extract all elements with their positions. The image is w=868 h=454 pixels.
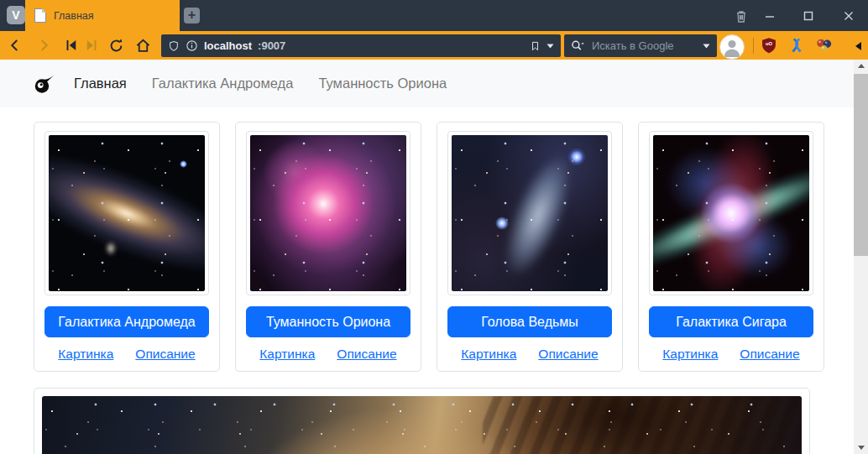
trash-icon [735, 9, 748, 23]
site-navbar: Главная Галактика Андромеда Туманность О… [0, 60, 854, 107]
witch-head-thumbnail [447, 131, 612, 295]
page-favicon-icon [34, 8, 46, 23]
close-button[interactable] [839, 8, 858, 24]
site-brand-logo[interactable] [34, 74, 55, 94]
fast-forward-button[interactable] [82, 36, 101, 55]
nav-item-orion[interactable]: Туманность Ориона [318, 76, 447, 91]
url-dropdown-icon[interactable] [546, 44, 554, 49]
maximize-icon [803, 10, 814, 22]
nav-item-andromeda[interactable]: Галактика Андромеда [152, 76, 294, 91]
search-engine-dropdown-icon[interactable] [703, 44, 710, 49]
browser-toolbar: localhost:9007 uO [0, 31, 868, 60]
ublock-extension-button[interactable]: uO [760, 36, 778, 55]
url-port: :9007 [258, 39, 285, 52]
bookmark-icon[interactable] [530, 39, 541, 53]
minimize-button[interactable] [761, 8, 779, 24]
orion-nebula-image [250, 135, 406, 291]
scroll-down-button[interactable] [854, 441, 868, 454]
trash-closed-tabs-button[interactable] [732, 8, 750, 24]
card-title-button[interactable]: Галактика Андромеда [44, 306, 209, 337]
minimize-icon [764, 10, 776, 22]
maximize-button[interactable] [799, 8, 818, 24]
tab-bar: V Главная + [0, 0, 868, 31]
search-icon [571, 39, 585, 52]
ublock-shield-icon: uO [761, 37, 777, 54]
search-input[interactable] [590, 39, 698, 53]
url-host: localhost [204, 39, 252, 52]
web-page: Главная Галактика Андромеда Туманность О… [0, 60, 854, 454]
ribbon-extension-button[interactable] [787, 36, 806, 55]
home-icon [135, 38, 151, 54]
cards-row: Галактика Андромеда Картинка Описание Ту… [34, 122, 824, 372]
picture-link[interactable]: Картинка [461, 347, 516, 362]
fast-forward-icon [84, 38, 99, 53]
profile-avatar[interactable] [719, 34, 745, 60]
svg-text:uO: uO [766, 41, 773, 46]
rewind-button[interactable] [62, 36, 81, 55]
witch-head-nebula-image [452, 135, 608, 291]
info-icon[interactable] [186, 39, 198, 52]
comet-icon [34, 74, 55, 94]
galaxy-panorama-image [42, 396, 802, 454]
reload-button[interactable] [107, 36, 125, 55]
scroll-down-icon [858, 446, 865, 450]
blue-ribbon-icon [788, 37, 805, 54]
nav-item-home[interactable]: Главная [74, 76, 127, 91]
scroll-up-icon [858, 64, 865, 68]
description-link[interactable]: Описание [740, 347, 799, 362]
card-andromeda: Галактика Андромеда Картинка Описание [34, 122, 220, 372]
back-button[interactable] [6, 36, 24, 55]
card-witch-head: Голова Ведьмы Картинка Описание [437, 122, 623, 372]
scroll-up-button[interactable] [854, 60, 868, 72]
card-panorama [34, 388, 810, 454]
toolbar-separator [753, 38, 754, 54]
vivaldi-menu-button[interactable]: V [7, 6, 25, 24]
forward-button[interactable] [34, 36, 53, 55]
card-title-button[interactable]: Голова Ведьмы [447, 306, 612, 337]
new-tab-button[interactable]: + [184, 8, 200, 23]
picture-link[interactable]: Картинка [58, 347, 113, 362]
andromeda-galaxy-image [49, 135, 205, 291]
person-icon [720, 35, 744, 59]
home-button[interactable] [133, 36, 152, 55]
tab-title: Главная [54, 10, 94, 22]
andromeda-thumbnail [44, 131, 209, 295]
page-scrollbar[interactable] [854, 60, 868, 454]
description-link[interactable]: Описание [538, 347, 598, 362]
card-title-button[interactable]: Галактика Сигара [649, 306, 813, 337]
card-orion: Туманность Ориона Картинка Описание [235, 122, 421, 372]
scrollbar-thumb[interactable] [854, 74, 868, 256]
picture-link[interactable]: Картинка [259, 347, 315, 362]
close-icon [843, 10, 855, 22]
spheres-extension-button[interactable] [814, 36, 833, 55]
cigar-galaxy-image [653, 135, 809, 291]
forward-icon [36, 38, 51, 53]
description-link[interactable]: Описание [337, 347, 396, 362]
card-title-button[interactable]: Туманность Ориона [246, 306, 410, 337]
panel-toggle-icon[interactable] [855, 42, 861, 50]
shield-icon [168, 39, 180, 53]
search-field[interactable] [564, 34, 717, 57]
card-cigar: Галактика Сигара Картинка Описание [638, 122, 824, 372]
orion-thumbnail [246, 131, 410, 295]
address-bar[interactable]: localhost:9007 [161, 34, 561, 57]
picture-link[interactable]: Картинка [662, 347, 718, 362]
colored-spheres-icon [815, 37, 833, 54]
rewind-icon [64, 38, 79, 53]
back-icon [8, 38, 23, 53]
cigar-thumbnail [649, 131, 813, 295]
description-link[interactable]: Описание [135, 347, 195, 362]
browser-tab-active[interactable]: Главная [25, 0, 180, 31]
reload-icon [108, 38, 124, 54]
